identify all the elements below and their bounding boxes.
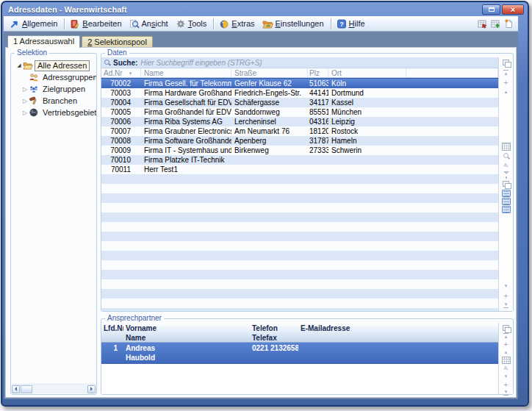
tree-horizontal-scrollbar[interactable] xyxy=(12,384,96,393)
tree-item-alle-adressen[interactable]: ◢ Alle Adressen xyxy=(11,60,96,71)
tree-expander-icon[interactable]: ▷ xyxy=(21,98,29,104)
grid-view-1-icon[interactable] xyxy=(502,190,511,197)
table-row[interactable]: 70010Firma Platzke IT-Technik xyxy=(101,155,498,165)
daten-table-header: Ad.Nr▼ Name Straße Plz Ort xyxy=(101,68,498,78)
new-document-icon[interactable] xyxy=(504,19,514,29)
menu-allgemein[interactable]: Allgemein xyxy=(7,18,62,29)
table-cell: Firma Großhandel für EDV Hutner xyxy=(141,107,231,117)
search-placeholder: Hier Suchbegriff eingeben (STRG+S) xyxy=(140,59,262,67)
column-header-ort[interactable]: Ort xyxy=(328,68,406,77)
extras-icon xyxy=(219,19,229,29)
table-cell xyxy=(101,289,141,299)
contact-sort-icon[interactable]: A↓ xyxy=(501,365,511,372)
scroll-right-button[interactable] xyxy=(87,385,96,393)
table-cell: Schwerin xyxy=(328,146,406,155)
table-cell: 85551 xyxy=(308,107,328,117)
contact-row[interactable]: 1 AndreasHaubold 0221 2132658 xyxy=(101,343,498,364)
table-cell xyxy=(231,299,308,308)
contact-move-up-icon[interactable]: ▲ xyxy=(501,349,511,356)
ansprechpartner-groupbox: Ansprechpartner Lfd.Nr. VornameName Tele… xyxy=(101,318,514,395)
column-header-strasse[interactable]: Straße xyxy=(231,68,308,77)
menu-einstellungen[interactable]: Einstellungen xyxy=(259,18,328,29)
tools-gear-icon xyxy=(176,19,186,29)
table-cell xyxy=(328,174,406,184)
contact-columns-icon[interactable] xyxy=(501,357,511,364)
tree-item-vertriebsgebiete[interactable]: ▷ Vertriebsgebiete xyxy=(11,107,96,118)
grid-view-2-icon[interactable] xyxy=(502,198,511,205)
table-row[interactable]: 70008Firma Software Großhandel Lübke AGA… xyxy=(101,136,498,146)
table-row[interactable]: 70009Firma IT - Systemhaus und Großhande… xyxy=(101,146,498,155)
restore-window-button[interactable] xyxy=(482,4,500,15)
tree-item-label: Adressgruppen xyxy=(40,73,96,82)
table-row[interactable]: 70003Firma Hardware Großhandel DortmundF… xyxy=(101,88,498,98)
menu-tools[interactable]: Tools xyxy=(173,18,212,29)
contact-side-toolbar: ▲+▲A↓▼+▼ xyxy=(498,323,513,394)
table-cell xyxy=(141,232,231,241)
tab-selektionspool[interactable]: 2 Selektionspool xyxy=(82,36,153,47)
scroll-to-bottom-icon[interactable]: ▼ xyxy=(501,301,511,310)
grid-view-3-icon[interactable] xyxy=(502,206,511,213)
menu-bearbeiten[interactable]: Bearbeiten xyxy=(67,18,126,29)
tree-expander-icon[interactable]: ▷ xyxy=(21,110,29,116)
contact-scroll-top-icon[interactable]: ▲ xyxy=(501,332,511,340)
table-cell xyxy=(308,270,328,279)
menu-ansicht[interactable]: Ansicht xyxy=(126,18,173,29)
table-row[interactable]: 70011Herr Test1 xyxy=(101,165,498,174)
table-cell: 44141 xyxy=(308,88,328,98)
table-row[interactable]: 70006Firma Riba Systems AGLercheninsel04… xyxy=(101,117,498,126)
add-row-bottom-icon[interactable]: + xyxy=(501,291,511,300)
add-contact-icon[interactable]: + xyxy=(501,340,511,348)
table-row-empty xyxy=(101,299,498,308)
column-header-adnr[interactable]: Ad.Nr▼ xyxy=(101,68,141,77)
tab-strip: 1 Adressauswahl 2 Selektionspool xyxy=(5,35,517,47)
column-header-plz[interactable]: Plz xyxy=(308,68,328,77)
table-cell: 70010 xyxy=(101,155,141,165)
close-window-button[interactable]: × xyxy=(502,4,524,15)
table-cell xyxy=(406,203,498,212)
import-table-icon[interactable] xyxy=(491,19,500,29)
search-grid-icon[interactable] xyxy=(501,151,511,160)
scroll-to-top-icon[interactable]: ▲ xyxy=(501,68,511,77)
search-input[interactable]: Suche: Hier Suchbegriff eingeben (STRG+S… xyxy=(101,57,498,68)
table-cell xyxy=(231,212,308,222)
titlebar[interactable]: Adressdaten - Warenwirtschaft × xyxy=(2,2,528,16)
table-row[interactable]: 70004Firma Gesellschaft für EDV - System… xyxy=(101,98,498,107)
table-cell xyxy=(308,155,328,165)
tree-expander-icon[interactable]: ▷ xyxy=(21,86,29,93)
scroll-left-button[interactable] xyxy=(12,385,20,393)
table-row[interactable]: 70002Firma Gesell. für Telekommunikation… xyxy=(101,78,498,88)
tree-item-branchen[interactable]: ▷ Branchen xyxy=(11,95,96,107)
contact-move-down-icon[interactable]: ▼ xyxy=(501,373,511,380)
table-cell: Apenberg xyxy=(231,136,308,146)
tree-item-adressgruppen[interactable]: Adressgruppen xyxy=(11,71,96,83)
main-panel: Selektion ◢ Alle Adressen Adressgruppen▷… xyxy=(5,47,517,398)
contact-scroll-bottom-icon[interactable]: ▼ xyxy=(501,389,511,396)
daten-rows: 70002Firma Gesell. für Telekommunikation… xyxy=(101,78,498,311)
sort-grid-icon[interactable]: A↓ xyxy=(501,161,511,170)
scrollbar-thumb[interactable] xyxy=(21,385,32,393)
add-row-icon[interactable]: + xyxy=(501,78,511,87)
table-row-empty xyxy=(101,174,498,184)
column-chooser-icon[interactable] xyxy=(501,142,511,151)
table-cell: 70004 xyxy=(101,98,141,107)
table-cell xyxy=(328,251,406,260)
export-table-icon[interactable] xyxy=(478,19,487,29)
table-cell: Schäfergasse xyxy=(231,98,308,107)
menu-extras[interactable]: Extras xyxy=(216,18,259,29)
copy-rows-icon[interactable] xyxy=(501,180,511,189)
tree-expander-icon[interactable]: ◢ xyxy=(15,62,23,68)
column-header-name[interactable]: Name xyxy=(141,68,231,77)
detach-grid-icon[interactable] xyxy=(501,59,511,68)
table-cell: 70003 xyxy=(101,88,141,98)
filter-grid-icon[interactable] xyxy=(501,171,511,179)
detach-contact-grid-icon[interactable] xyxy=(501,324,511,332)
move-up-icon[interactable]: ▲ xyxy=(501,87,511,96)
menu-hilfe[interactable]: ? Hilfe xyxy=(334,18,370,29)
table-row[interactable]: 70005Firma Großhandel für EDV HutnerSand… xyxy=(101,107,498,117)
tab-adressauswahl[interactable]: 1 Adressauswahl xyxy=(7,35,80,48)
table-row[interactable]: 70007Firma Graubner Electronics GmbHAm N… xyxy=(101,126,498,136)
move-down-icon[interactable]: ▼ xyxy=(501,282,511,290)
table-cell xyxy=(101,174,141,184)
tree-item-zielgruppen[interactable]: ▷ Zielgruppen xyxy=(11,83,96,95)
add-contact-bottom-icon[interactable]: + xyxy=(501,381,511,388)
